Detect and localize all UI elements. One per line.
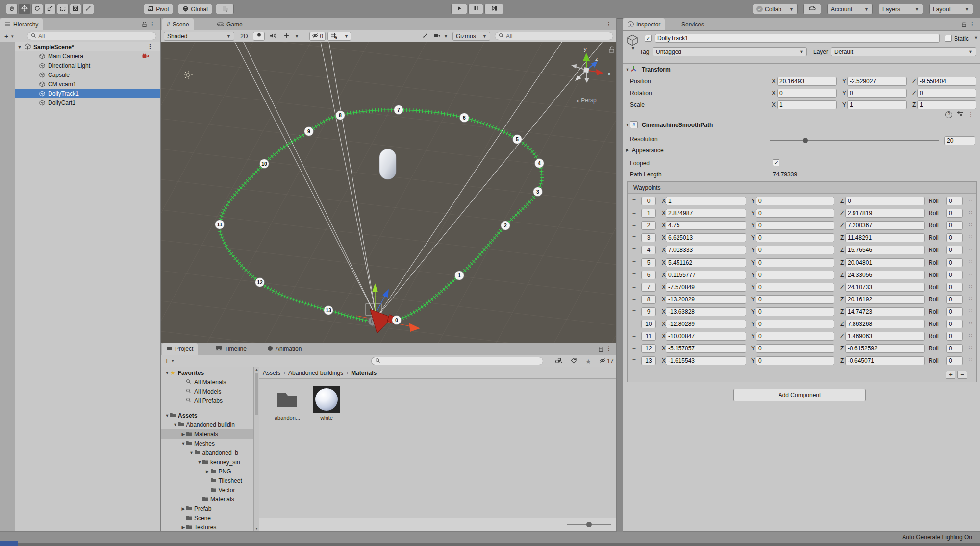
waypoint-marker-5[interactable]: 5 [513, 135, 522, 144]
tab-project[interactable]: Project [162, 343, 198, 355]
waypoint-row-6[interactable]: =6XYZRoll∷ [628, 269, 976, 281]
rotate-tool-button[interactable] [31, 4, 43, 14]
custom-tool-button[interactable] [82, 4, 94, 14]
drag-handle-icon[interactable]: = [632, 259, 636, 266]
waypoint-index-button[interactable]: 11 [641, 332, 656, 341]
grip-icon[interactable]: ∷ [969, 320, 973, 326]
hierarchy-item-cm-vcam1[interactable]: CM vcam1 [15, 79, 160, 89]
appearance-label[interactable]: Appearance [632, 147, 664, 154]
transform-y-field[interactable] [847, 89, 907, 98]
asset-item-material[interactable]: white [308, 386, 345, 421]
waypoint-row-3[interactable]: =3XYZRoll∷ [628, 232, 976, 244]
waypoint-z-field[interactable] [845, 344, 925, 353]
waypoint-y-field[interactable] [756, 356, 834, 365]
cloud-button[interactable] [803, 4, 821, 14]
tree-item-abandoned-b[interactable]: ▼abandoned_b [161, 448, 253, 457]
account-dropdown[interactable]: Account▼ [827, 4, 873, 14]
waypoint-roll-field[interactable] [946, 295, 963, 304]
waypoint-row-10[interactable]: =10XYZRoll∷ [628, 318, 976, 330]
waypoint-y-field[interactable] [756, 320, 834, 328]
project-search[interactable] [371, 357, 543, 365]
grip-icon[interactable]: ∷ [969, 246, 973, 252]
grip-icon[interactable]: ∷ [969, 222, 973, 228]
tree-item-all-materials[interactable]: All Materials [161, 377, 253, 387]
project-search-input[interactable] [382, 358, 539, 365]
waypoint-marker-4[interactable]: 4 [535, 159, 544, 168]
gizmos-dropdown[interactable]: Gizmos▼ [452, 32, 490, 41]
waypoint-marker-7[interactable]: 7 [394, 105, 403, 115]
active-checkbox[interactable]: ✓ [645, 35, 652, 42]
tab-services[interactable]: Services [677, 18, 708, 30]
waypoint-y-field[interactable] [756, 332, 834, 341]
tree-item-materials[interactable]: Materials [161, 495, 253, 504]
scene-kebab-icon[interactable]: ⋮ [147, 43, 153, 50]
waypoint-z-field[interactable] [845, 307, 925, 316]
waypoint-z-field[interactable] [845, 283, 925, 292]
tree-item-vector[interactable]: Vector [161, 485, 253, 495]
gameobject-name-field[interactable] [655, 34, 940, 43]
lock-icon[interactable] [142, 21, 147, 29]
waypoint-marker-6[interactable]: 6 [460, 113, 469, 123]
remove-waypoint-button[interactable]: − [957, 371, 967, 379]
move-gizmo-x-arrow[interactable] [409, 323, 420, 332]
collab-dropdown[interactable]: ✓ Collab▼ [753, 4, 798, 14]
waypoint-row-9[interactable]: =9XYZRoll∷ [628, 306, 976, 318]
hierarchy-item-main-camera[interactable]: Main Camera [15, 51, 160, 61]
drag-handle-icon[interactable]: = [632, 345, 636, 351]
step-button[interactable] [484, 4, 503, 14]
waypoint-x-field[interactable] [666, 344, 746, 353]
waypoint-marker-11[interactable]: 11 [215, 220, 225, 229]
drag-handle-icon[interactable]: = [632, 197, 636, 204]
add-component-button[interactable]: Add Component [733, 389, 866, 401]
pause-button[interactable] [468, 4, 483, 14]
waypoint-z-field[interactable] [845, 258, 925, 267]
breadcrumb-folder[interactable]: Abandoned buildings [288, 370, 343, 376]
expander-open-icon[interactable]: ▼ [625, 67, 630, 72]
scroll-down-icon[interactable]: ▼ [255, 527, 258, 530]
global-toggle-button[interactable]: Global [178, 4, 212, 14]
tree-item-materials[interactable]: ▶Materials [161, 429, 253, 439]
hierarchy-search-input[interactable] [38, 33, 152, 40]
waypoint-y-field[interactable] [756, 197, 834, 205]
grip-icon[interactable]: ∷ [969, 209, 973, 216]
scene-kebab-menu-icon[interactable]: ⋮ [606, 21, 612, 27]
waypoint-index-button[interactable]: 8 [641, 295, 656, 304]
waypoint-row-12[interactable]: =12XYZRoll∷ [628, 343, 976, 355]
expander-closed-icon[interactable]: ▶ [625, 148, 630, 152]
gizmo-x-cone[interactable] [596, 69, 603, 75]
waypoint-roll-field[interactable] [946, 221, 963, 230]
transform-x-field[interactable] [777, 77, 837, 86]
waypoint-roll-field[interactable] [946, 246, 963, 254]
favorites-filter-button[interactable]: ★ [582, 357, 594, 366]
viewport-lock-icon[interactable] [609, 47, 614, 52]
search-by-label-button[interactable] [568, 357, 579, 366]
waypoint-x-field[interactable] [666, 332, 746, 341]
hierarchy-item-dollytrack1[interactable]: DollyTrack1 [15, 89, 160, 98]
smoothpath-component-header[interactable]: ▼ # CinemachineSmoothPath ? ⋮ [623, 119, 980, 130]
gizmo-z-cone[interactable] [591, 61, 598, 68]
grip-icon[interactable]: ∷ [969, 259, 973, 265]
hierarchy-item-directional-light[interactable]: Directional Light [15, 61, 160, 70]
expander-closed-icon[interactable]: ▶ [205, 469, 210, 474]
tab-hierarchy[interactable]: Hierarchy [0, 18, 43, 30]
waypoint-roll-field[interactable] [946, 307, 963, 316]
scene-search[interactable] [495, 32, 613, 40]
hierarchy-scene-row[interactable]: ▼ SampleScene* ⋮ [15, 42, 160, 51]
waypoint-x-field[interactable] [666, 356, 746, 365]
expander-closed-icon[interactable]: ▶ [181, 432, 186, 437]
create-add-button[interactable]: +▼ [4, 32, 14, 40]
waypoint-marker-2[interactable]: 2 [501, 221, 510, 230]
tab-scene[interactable]: # Scene [162, 18, 194, 30]
expander-open-icon[interactable]: ▼ [197, 460, 202, 465]
waypoint-index-button[interactable]: 1 [641, 209, 656, 218]
waypoint-y-field[interactable] [756, 209, 834, 218]
waypoint-y-field[interactable] [756, 233, 834, 242]
waypoint-index-button[interactable]: 6 [641, 271, 656, 279]
waypoint-x-field[interactable] [666, 258, 746, 267]
perspective-label[interactable]: ◄ Persp [575, 97, 597, 104]
2d-toggle-button[interactable]: 2D [238, 32, 250, 41]
shading-mode-dropdown[interactable]: Shaded▼ [164, 32, 234, 41]
transform-z-field[interactable] [917, 89, 976, 98]
drag-handle-icon[interactable]: = [632, 357, 636, 364]
expander-open-icon[interactable]: ▼ [17, 45, 22, 50]
